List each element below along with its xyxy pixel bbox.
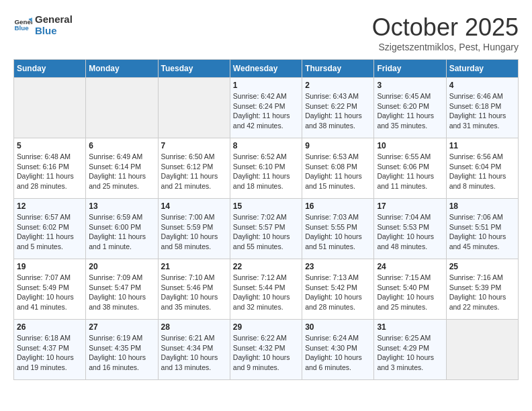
- calendar-cell: 6Sunrise: 6:49 AM Sunset: 6:14 PM Daylig…: [86, 138, 158, 199]
- day-info: Sunrise: 6:57 AM Sunset: 6:02 PM Dayligh…: [17, 212, 83, 252]
- day-info: Sunrise: 7:16 AM Sunset: 5:39 PM Dayligh…: [449, 273, 515, 312]
- col-friday: Friday: [374, 60, 446, 78]
- calendar-cell: 9Sunrise: 6:53 AM Sunset: 6:08 PM Daylig…: [302, 138, 374, 199]
- day-info: Sunrise: 6:21 AM Sunset: 4:34 PM Dayligh…: [161, 333, 227, 373]
- day-info: Sunrise: 7:12 AM Sunset: 5:44 PM Dayligh…: [233, 273, 299, 312]
- day-number: 30: [305, 322, 371, 332]
- day-info: Sunrise: 7:00 AM Sunset: 5:59 PM Dayligh…: [161, 212, 227, 252]
- calendar-week-1: 1Sunrise: 6:42 AM Sunset: 6:24 PM Daylig…: [14, 78, 519, 138]
- day-number: 27: [89, 322, 154, 332]
- day-info: Sunrise: 7:06 AM Sunset: 5:51 PM Dayligh…: [449, 212, 515, 252]
- day-number: 7: [161, 141, 227, 150]
- title-area: October 2025 Szigetszentmiklos, Pest, Hu…: [372, 13, 519, 52]
- calendar-cell: 1Sunrise: 6:42 AM Sunset: 6:24 PM Daylig…: [230, 78, 302, 138]
- day-info: Sunrise: 7:10 AM Sunset: 5:46 PM Dayligh…: [161, 273, 227, 312]
- day-info: Sunrise: 7:13 AM Sunset: 5:42 PM Dayligh…: [305, 273, 371, 312]
- calendar-cell: 13Sunrise: 6:59 AM Sunset: 6:00 PM Dayli…: [86, 199, 158, 259]
- calendar-cell: 11Sunrise: 6:56 AM Sunset: 6:04 PM Dayli…: [446, 138, 518, 199]
- calendar-cell: 7Sunrise: 6:50 AM Sunset: 6:12 PM Daylig…: [158, 138, 230, 199]
- day-info: Sunrise: 6:45 AM Sunset: 6:20 PM Dayligh…: [377, 91, 443, 131]
- day-number: 12: [17, 201, 83, 211]
- calendar-cell: 21Sunrise: 7:10 AM Sunset: 5:46 PM Dayli…: [158, 259, 230, 320]
- calendar-cell: 12Sunrise: 6:57 AM Sunset: 6:02 PM Dayli…: [14, 199, 86, 259]
- calendar-cell: 27Sunrise: 6:19 AM Sunset: 4:35 PM Dayli…: [86, 320, 158, 380]
- location-subtitle: Szigetszentmiklos, Pest, Hungary: [372, 42, 519, 52]
- day-number: 15: [233, 201, 299, 211]
- calendar-cell: 16Sunrise: 7:03 AM Sunset: 5:55 PM Dayli…: [302, 199, 374, 259]
- day-number: 9: [305, 141, 371, 150]
- month-title: October 2025: [372, 13, 519, 42]
- calendar-cell: 31Sunrise: 6:25 AM Sunset: 4:29 PM Dayli…: [374, 320, 446, 380]
- day-info: Sunrise: 6:56 AM Sunset: 6:04 PM Dayligh…: [449, 152, 515, 191]
- day-info: Sunrise: 6:22 AM Sunset: 4:32 PM Dayligh…: [233, 333, 299, 373]
- calendar-cell: [14, 78, 86, 138]
- day-info: Sunrise: 6:52 AM Sunset: 6:10 PM Dayligh…: [233, 152, 299, 191]
- day-number: 16: [305, 201, 371, 211]
- calendar-cell: [86, 78, 158, 138]
- calendar-week-4: 19Sunrise: 7:07 AM Sunset: 5:49 PM Dayli…: [14, 259, 519, 320]
- day-info: Sunrise: 7:04 AM Sunset: 5:53 PM Dayligh…: [377, 212, 443, 252]
- calendar-cell: 22Sunrise: 7:12 AM Sunset: 5:44 PM Dayli…: [230, 259, 302, 320]
- day-info: Sunrise: 7:03 AM Sunset: 5:55 PM Dayligh…: [305, 212, 371, 252]
- day-info: Sunrise: 6:59 AM Sunset: 6:00 PM Dayligh…: [89, 212, 154, 252]
- calendar-table: Sunday Monday Tuesday Wednesday Thursday…: [13, 59, 519, 380]
- day-number: 6: [89, 141, 154, 150]
- day-info: Sunrise: 6:42 AM Sunset: 6:24 PM Dayligh…: [233, 91, 299, 131]
- calendar-cell: 20Sunrise: 7:09 AM Sunset: 5:47 PM Dayli…: [86, 259, 158, 320]
- day-number: 26: [17, 322, 83, 332]
- day-number: 19: [17, 262, 83, 271]
- day-number: 22: [233, 262, 299, 271]
- calendar-cell: 28Sunrise: 6:21 AM Sunset: 4:34 PM Dayli…: [158, 320, 230, 380]
- day-number: 3: [377, 81, 443, 90]
- calendar-week-5: 26Sunrise: 6:18 AM Sunset: 4:37 PM Dayli…: [14, 320, 519, 380]
- calendar-week-2: 5Sunrise: 6:48 AM Sunset: 6:16 PM Daylig…: [14, 138, 519, 199]
- day-info: Sunrise: 6:55 AM Sunset: 6:06 PM Dayligh…: [377, 152, 443, 191]
- calendar-cell: 8Sunrise: 6:52 AM Sunset: 6:10 PM Daylig…: [230, 138, 302, 199]
- day-info: Sunrise: 7:02 AM Sunset: 5:57 PM Dayligh…: [233, 212, 299, 252]
- logo: General Blue General Blue: [13, 13, 73, 36]
- calendar-cell: 3Sunrise: 6:45 AM Sunset: 6:20 PM Daylig…: [374, 78, 446, 138]
- calendar-cell: 14Sunrise: 7:00 AM Sunset: 5:59 PM Dayli…: [158, 199, 230, 259]
- day-number: 10: [377, 141, 443, 150]
- calendar-cell: 10Sunrise: 6:55 AM Sunset: 6:06 PM Dayli…: [374, 138, 446, 199]
- day-number: 8: [233, 141, 299, 150]
- day-info: Sunrise: 6:50 AM Sunset: 6:12 PM Dayligh…: [161, 152, 227, 191]
- day-number: 18: [449, 201, 515, 211]
- calendar-cell: 17Sunrise: 7:04 AM Sunset: 5:53 PM Dayli…: [374, 199, 446, 259]
- calendar-cell: 19Sunrise: 7:07 AM Sunset: 5:49 PM Dayli…: [14, 259, 86, 320]
- day-number: 2: [305, 81, 371, 90]
- day-number: 29: [233, 322, 299, 332]
- logo-icon: General Blue: [13, 15, 32, 34]
- day-info: Sunrise: 6:19 AM Sunset: 4:35 PM Dayligh…: [89, 333, 154, 373]
- day-info: Sunrise: 6:48 AM Sunset: 6:16 PM Dayligh…: [17, 152, 83, 191]
- day-info: Sunrise: 6:46 AM Sunset: 6:18 PM Dayligh…: [449, 91, 515, 131]
- calendar-cell: 23Sunrise: 7:13 AM Sunset: 5:42 PM Dayli…: [302, 259, 374, 320]
- calendar-cell: 26Sunrise: 6:18 AM Sunset: 4:37 PM Dayli…: [14, 320, 86, 380]
- col-wednesday: Wednesday: [230, 60, 302, 78]
- day-info: Sunrise: 6:18 AM Sunset: 4:37 PM Dayligh…: [17, 333, 83, 373]
- calendar-cell: 2Sunrise: 6:43 AM Sunset: 6:22 PM Daylig…: [302, 78, 374, 138]
- day-number: 17: [377, 201, 443, 211]
- day-info: Sunrise: 6:43 AM Sunset: 6:22 PM Dayligh…: [305, 91, 371, 131]
- day-number: 31: [377, 322, 443, 332]
- col-sunday: Sunday: [14, 60, 86, 78]
- calendar-cell: 18Sunrise: 7:06 AM Sunset: 5:51 PM Dayli…: [446, 199, 518, 259]
- calendar-cell: 4Sunrise: 6:46 AM Sunset: 6:18 PM Daylig…: [446, 78, 518, 138]
- day-info: Sunrise: 7:07 AM Sunset: 5:49 PM Dayligh…: [17, 273, 83, 312]
- calendar-cell: [446, 320, 518, 380]
- header-row: Sunday Monday Tuesday Wednesday Thursday…: [14, 60, 519, 78]
- page-header: General Blue General Blue October 2025 S…: [13, 13, 519, 52]
- day-number: 25: [449, 262, 515, 271]
- day-info: Sunrise: 6:49 AM Sunset: 6:14 PM Dayligh…: [89, 152, 154, 191]
- day-number: 23: [305, 262, 371, 271]
- day-number: 4: [449, 81, 515, 90]
- day-number: 5: [17, 141, 83, 150]
- col-tuesday: Tuesday: [158, 60, 230, 78]
- calendar-week-3: 12Sunrise: 6:57 AM Sunset: 6:02 PM Dayli…: [14, 199, 519, 259]
- calendar-cell: 25Sunrise: 7:16 AM Sunset: 5:39 PM Dayli…: [446, 259, 518, 320]
- day-info: Sunrise: 6:53 AM Sunset: 6:08 PM Dayligh…: [305, 152, 371, 191]
- day-number: 20: [89, 262, 154, 271]
- day-number: 14: [161, 201, 227, 211]
- day-info: Sunrise: 6:25 AM Sunset: 4:29 PM Dayligh…: [377, 333, 443, 373]
- day-number: 28: [161, 322, 227, 332]
